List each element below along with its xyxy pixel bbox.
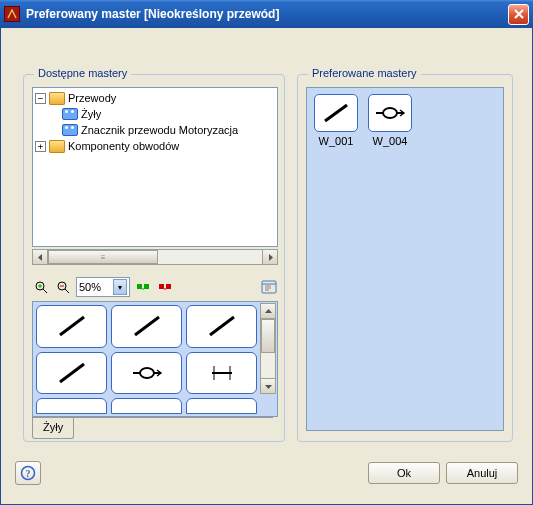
preview-toolbar: 50% ▾ — [32, 275, 278, 299]
svg-line-5 — [65, 289, 69, 293]
grid-tab-label: Żyły — [43, 421, 63, 433]
tree-horizontal-scrollbar[interactable]: ≡ — [32, 249, 278, 265]
symbol-icon — [62, 124, 78, 136]
tree-item-sibling[interactable]: + Komponenty obwodów — [35, 138, 275, 154]
preferred-label: W_001 — [319, 135, 354, 147]
svg-point-21 — [140, 368, 154, 378]
scroll-thumb[interactable]: ≡ — [48, 250, 158, 264]
svg-line-26 — [325, 105, 347, 121]
cancel-button[interactable]: Anuluj — [446, 462, 518, 484]
cancel-label: Anuluj — [467, 467, 498, 479]
window-title: Preferowany master [Nieokreślony przewód… — [26, 7, 508, 21]
folder-icon — [49, 92, 65, 105]
symbol-tile[interactable] — [111, 352, 182, 395]
preferred-item[interactable]: W_004 — [367, 94, 413, 147]
scroll-right-button[interactable] — [262, 249, 278, 265]
svg-line-16 — [60, 317, 84, 335]
svg-rect-11 — [262, 281, 276, 293]
svg-text:?: ? — [26, 468, 31, 479]
svg-rect-9 — [159, 284, 164, 289]
titlebar: Preferowany master [Nieokreślony przewód… — [0, 0, 533, 28]
preferred-label: W_004 — [373, 135, 408, 147]
svg-line-19 — [60, 364, 84, 382]
tree-item-root[interactable]: − Przewody — [35, 90, 275, 106]
tree-item-child[interactable]: Żyły — [35, 106, 275, 122]
svg-line-1 — [43, 289, 47, 293]
bottom-bar: ? Ok Anuluj — [15, 460, 518, 486]
scroll-track[interactable] — [260, 319, 276, 378]
svg-rect-8 — [144, 284, 149, 289]
svg-rect-10 — [166, 284, 171, 289]
symbol-tile[interactable] — [186, 305, 257, 348]
symbol-tile[interactable] — [186, 352, 257, 395]
ok-label: Ok — [397, 467, 411, 479]
scroll-track[interactable]: ≡ — [48, 249, 262, 265]
preferred-tile[interactable] — [368, 94, 412, 132]
preferred-item[interactable]: W_001 — [313, 94, 359, 147]
tree-item-child[interactable]: Znacznik przewodu Motoryzacja — [35, 122, 275, 138]
tree-label: Przewody — [68, 91, 116, 106]
available-masters-group: Dostępne mastery − Przewody Żyły Znaczni… — [23, 74, 285, 442]
close-button[interactable] — [508, 4, 529, 25]
help-button[interactable]: ? — [15, 461, 41, 485]
preferred-area[interactable]: W_001 W_004 — [306, 87, 504, 431]
tree-label: Znacznik przewodu Motoryzacja — [81, 123, 238, 138]
scroll-thumb[interactable] — [261, 319, 275, 353]
tree-label: Komponenty obwodów — [68, 139, 179, 154]
chevron-down-icon[interactable]: ▾ — [113, 279, 127, 295]
svg-line-17 — [135, 317, 159, 335]
zoom-out-button[interactable] — [54, 278, 72, 296]
preferred-tile[interactable] — [314, 94, 358, 132]
preferred-masters-legend: Preferowane mastery — [308, 67, 421, 79]
symbol-tile[interactable] — [36, 352, 107, 395]
ok-button[interactable]: Ok — [368, 462, 440, 484]
symbol-tile[interactable] — [186, 398, 257, 414]
symbol-tile[interactable] — [36, 305, 107, 348]
tree-label: Żyły — [81, 107, 101, 122]
app-icon — [4, 6, 20, 22]
scroll-down-button[interactable] — [260, 378, 276, 394]
scroll-up-button[interactable] — [260, 303, 276, 319]
symbol-grid — [32, 301, 278, 417]
zoom-value: 50% — [79, 281, 101, 293]
symbol-tile[interactable] — [111, 305, 182, 348]
svg-point-28 — [383, 108, 397, 118]
symbol-tile[interactable] — [111, 398, 182, 414]
dialog-client: Dostępne mastery − Przewody Żyły Znaczni… — [0, 28, 533, 505]
symbol-tile[interactable] — [36, 398, 107, 414]
svg-rect-7 — [137, 284, 142, 289]
scroll-left-button[interactable] — [32, 249, 48, 265]
svg-line-18 — [210, 317, 234, 335]
grid-tab[interactable]: Żyły — [32, 417, 74, 439]
grid-vertical-scrollbar[interactable] — [260, 303, 276, 394]
folder-icon — [49, 140, 65, 153]
zoom-select[interactable]: 50% ▾ — [76, 277, 130, 297]
preferred-masters-group: Preferowane mastery W_001 W_004 — [297, 74, 513, 442]
add-button[interactable] — [134, 278, 152, 296]
symbol-icon — [62, 108, 78, 120]
expand-icon[interactable]: + — [35, 141, 46, 152]
zoom-in-button[interactable] — [32, 278, 50, 296]
available-masters-legend: Dostępne mastery — [34, 67, 131, 79]
collapse-icon[interactable]: − — [35, 93, 46, 104]
tree-view[interactable]: − Przewody Żyły Znacznik przewodu Motory… — [32, 87, 278, 247]
properties-button[interactable] — [260, 278, 278, 296]
remove-button[interactable] — [156, 278, 174, 296]
